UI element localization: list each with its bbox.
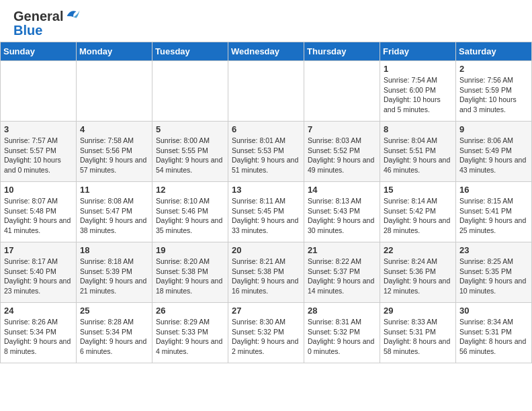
day-info: Sunrise: 8:15 AMSunset: 5:41 PMDaylight:… (459, 196, 528, 236)
calendar-cell: 25Sunrise: 8:28 AMSunset: 5:34 PMDayligh… (77, 303, 152, 363)
calendar-cell: 15Sunrise: 8:14 AMSunset: 5:42 PMDayligh… (380, 182, 456, 242)
day-info: Sunrise: 8:13 AMSunset: 5:43 PMDaylight:… (308, 196, 376, 236)
calendar-cell: 24Sunrise: 8:26 AMSunset: 5:34 PMDayligh… (1, 303, 77, 363)
calendar-cell: 4Sunrise: 7:58 AMSunset: 5:56 PMDaylight… (77, 122, 152, 182)
day-number: 27 (232, 306, 300, 316)
logo-blue-text: Blue (13, 23, 42, 38)
weekday-header: Sunday (1, 42, 77, 61)
day-info: Sunrise: 8:26 AMSunset: 5:34 PMDaylight:… (4, 317, 73, 357)
day-info: Sunrise: 8:08 AMSunset: 5:47 PMDaylight:… (80, 196, 148, 236)
logo-general-text: General (13, 9, 63, 24)
logo: General Blue (13, 7, 82, 38)
day-info: Sunrise: 8:17 AMSunset: 5:40 PMDaylight:… (4, 257, 73, 296)
day-info: Sunrise: 8:22 AMSunset: 5:37 PMDaylight:… (308, 257, 376, 296)
day-number: 2 (459, 64, 528, 74)
calendar-cell: 10Sunrise: 8:07 AMSunset: 5:48 PMDayligh… (1, 182, 77, 242)
weekday-header-row: SundayMondayTuesdayWednesdayThursdayFrid… (1, 42, 532, 61)
day-number: 9 (459, 124, 528, 134)
day-number: 5 (156, 124, 224, 134)
calendar-cell: 30Sunrise: 8:34 AMSunset: 5:31 PMDayligh… (456, 303, 532, 363)
calendar-cell: 14Sunrise: 8:13 AMSunset: 5:43 PMDayligh… (304, 182, 380, 242)
day-info: Sunrise: 8:04 AMSunset: 5:51 PMDaylight:… (384, 136, 452, 175)
calendar-cell: 7Sunrise: 8:03 AMSunset: 5:52 PMDaylight… (304, 122, 380, 182)
day-info: Sunrise: 8:31 AMSunset: 5:32 PMDaylight:… (308, 317, 376, 357)
day-number: 1 (384, 64, 452, 74)
day-info: Sunrise: 8:06 AMSunset: 5:49 PMDaylight:… (459, 136, 528, 175)
day-number: 30 (459, 306, 528, 316)
calendar-cell: 12Sunrise: 8:10 AMSunset: 5:46 PMDayligh… (152, 182, 228, 242)
day-info: Sunrise: 8:33 AMSunset: 5:31 PMDaylight:… (384, 317, 452, 357)
calendar-cell (304, 61, 380, 122)
calendar-table: SundayMondayTuesdayWednesdayThursdayFrid… (0, 42, 532, 363)
day-number: 23 (459, 245, 528, 255)
calendar-cell: 21Sunrise: 8:22 AMSunset: 5:37 PMDayligh… (304, 242, 380, 303)
calendar-cell: 8Sunrise: 8:04 AMSunset: 5:51 PMDaylight… (380, 122, 456, 182)
day-info: Sunrise: 8:25 AMSunset: 5:35 PMDaylight:… (459, 257, 528, 296)
logo-bird-icon (63, 7, 82, 26)
weekday-header: Thursday (304, 42, 380, 61)
calendar-cell (228, 61, 304, 122)
day-number: 21 (308, 245, 376, 255)
calendar-week-row: 17Sunrise: 8:17 AMSunset: 5:40 PMDayligh… (1, 242, 532, 303)
day-number: 19 (156, 245, 224, 255)
day-number: 24 (4, 306, 73, 316)
day-number: 18 (80, 245, 148, 255)
calendar-cell (77, 61, 152, 122)
day-info: Sunrise: 8:14 AMSunset: 5:42 PMDaylight:… (384, 196, 452, 236)
page-header: General Blue (0, 0, 532, 42)
calendar-cell (1, 61, 77, 122)
day-info: Sunrise: 8:03 AMSunset: 5:52 PMDaylight:… (308, 136, 376, 175)
weekday-header: Monday (77, 42, 152, 61)
calendar-cell: 13Sunrise: 8:11 AMSunset: 5:45 PMDayligh… (228, 182, 304, 242)
day-number: 28 (308, 306, 376, 316)
calendar-cell: 26Sunrise: 8:29 AMSunset: 5:33 PMDayligh… (152, 303, 228, 363)
calendar-cell: 20Sunrise: 8:21 AMSunset: 5:38 PMDayligh… (228, 242, 304, 303)
day-info: Sunrise: 8:29 AMSunset: 5:33 PMDaylight:… (156, 317, 224, 357)
day-info: Sunrise: 8:18 AMSunset: 5:39 PMDaylight:… (80, 257, 148, 296)
weekday-header: Wednesday (228, 42, 304, 61)
day-info: Sunrise: 8:01 AMSunset: 5:53 PMDaylight:… (232, 136, 300, 175)
day-number: 20 (232, 245, 300, 255)
day-info: Sunrise: 8:07 AMSunset: 5:48 PMDaylight:… (4, 196, 73, 236)
day-number: 13 (232, 185, 300, 195)
day-number: 25 (80, 306, 148, 316)
day-number: 22 (384, 245, 452, 255)
day-info: Sunrise: 8:30 AMSunset: 5:32 PMDaylight:… (232, 317, 300, 357)
day-info: Sunrise: 7:56 AMSunset: 5:59 PMDaylight:… (459, 75, 528, 115)
day-number: 16 (459, 185, 528, 195)
calendar-cell: 3Sunrise: 7:57 AMSunset: 5:57 PMDaylight… (1, 122, 77, 182)
calendar-cell: 17Sunrise: 8:17 AMSunset: 5:40 PMDayligh… (1, 242, 77, 303)
day-info: Sunrise: 7:54 AMSunset: 6:00 PMDaylight:… (384, 75, 452, 115)
weekday-header: Saturday (456, 42, 532, 61)
day-info: Sunrise: 8:24 AMSunset: 5:36 PMDaylight:… (384, 257, 452, 296)
weekday-header: Friday (380, 42, 456, 61)
calendar-week-row: 24Sunrise: 8:26 AMSunset: 5:34 PMDayligh… (1, 303, 532, 363)
calendar-cell: 29Sunrise: 8:33 AMSunset: 5:31 PMDayligh… (380, 303, 456, 363)
calendar-cell: 19Sunrise: 8:20 AMSunset: 5:38 PMDayligh… (152, 242, 228, 303)
day-number: 6 (232, 124, 300, 134)
calendar-cell: 11Sunrise: 8:08 AMSunset: 5:47 PMDayligh… (77, 182, 152, 242)
calendar-cell: 27Sunrise: 8:30 AMSunset: 5:32 PMDayligh… (228, 303, 304, 363)
day-info: Sunrise: 8:00 AMSunset: 5:55 PMDaylight:… (156, 136, 224, 175)
day-number: 11 (80, 185, 148, 195)
day-info: Sunrise: 8:34 AMSunset: 5:31 PMDaylight:… (459, 317, 528, 357)
calendar-cell: 16Sunrise: 8:15 AMSunset: 5:41 PMDayligh… (456, 182, 532, 242)
calendar-week-row: 1Sunrise: 7:54 AMSunset: 6:00 PMDaylight… (1, 61, 532, 122)
weekday-header: Tuesday (152, 42, 228, 61)
calendar-cell: 22Sunrise: 8:24 AMSunset: 5:36 PMDayligh… (380, 242, 456, 303)
calendar-cell: 23Sunrise: 8:25 AMSunset: 5:35 PMDayligh… (456, 242, 532, 303)
day-number: 14 (308, 185, 376, 195)
calendar-cell: 9Sunrise: 8:06 AMSunset: 5:49 PMDaylight… (456, 122, 532, 182)
calendar-cell: 6Sunrise: 8:01 AMSunset: 5:53 PMDaylight… (228, 122, 304, 182)
day-info: Sunrise: 8:10 AMSunset: 5:46 PMDaylight:… (156, 196, 224, 236)
day-number: 3 (4, 124, 73, 134)
day-number: 12 (156, 185, 224, 195)
day-info: Sunrise: 8:20 AMSunset: 5:38 PMDaylight:… (156, 257, 224, 296)
calendar-week-row: 3Sunrise: 7:57 AMSunset: 5:57 PMDaylight… (1, 122, 532, 182)
day-number: 29 (384, 306, 452, 316)
calendar-cell: 5Sunrise: 8:00 AMSunset: 5:55 PMDaylight… (152, 122, 228, 182)
day-info: Sunrise: 7:58 AMSunset: 5:56 PMDaylight:… (80, 136, 148, 175)
day-info: Sunrise: 8:11 AMSunset: 5:45 PMDaylight:… (232, 196, 300, 236)
day-number: 26 (156, 306, 224, 316)
calendar-cell: 2Sunrise: 7:56 AMSunset: 5:59 PMDaylight… (456, 61, 532, 122)
